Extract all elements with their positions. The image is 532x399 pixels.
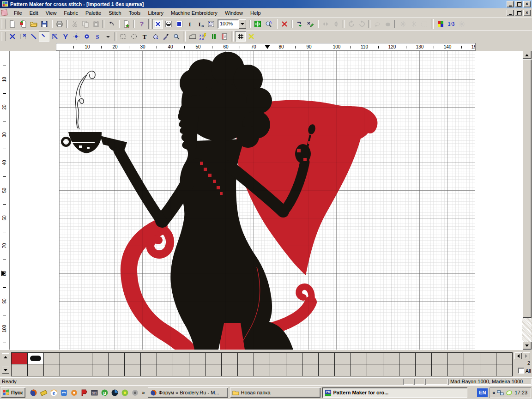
close-button[interactable]: × [523, 1, 531, 7]
move-selection-button[interactable] [294, 19, 305, 29]
palette-cell[interactable] [237, 352, 254, 365]
palette-cell[interactable] [480, 352, 496, 365]
quicklaunch-utorrent[interactable]: µ [100, 388, 109, 397]
palette-cell[interactable] [237, 364, 254, 376]
fill-tool-button[interactable] [150, 31, 160, 42]
palette-cell[interactable] [43, 352, 60, 365]
palette-cell[interactable] [286, 352, 302, 365]
palette-cell[interactable] [318, 352, 335, 365]
clock[interactable]: 17:23 [514, 390, 527, 395]
quicklaunch-webcam[interactable] [130, 388, 139, 397]
zoom-dropdown-button[interactable] [239, 19, 246, 29]
eyedropper-button[interactable] [160, 31, 171, 42]
scroll-up-button[interactable] [522, 51, 532, 59]
palette-cell[interactable] [464, 364, 480, 376]
scroll-down-button[interactable] [522, 342, 532, 350]
view-solid-button[interactable] [174, 19, 184, 29]
view-full-stitches-button[interactable] [152, 19, 163, 29]
palette-cell[interactable] [221, 352, 238, 365]
import-image-button[interactable] [18, 19, 28, 29]
view-half-tones-button[interactable] [163, 19, 174, 29]
delete-button[interactable] [279, 19, 290, 29]
text-tool-button[interactable]: T [139, 31, 150, 42]
new-pattern-button[interactable] [7, 19, 18, 29]
fit-to-window-button[interactable] [252, 19, 263, 29]
special-stitch-dropdown[interactable] [103, 31, 113, 42]
palette-cell[interactable] [205, 352, 222, 365]
palette-cell[interactable] [302, 352, 319, 365]
palette-cell[interactable] [415, 352, 432, 365]
hoop-bars-button[interactable] [208, 31, 219, 42]
quicklaunch-icq[interactable] [120, 388, 129, 397]
palette-cell[interactable] [318, 364, 335, 376]
palette-cell[interactable] [447, 352, 464, 365]
palette-cell[interactable] [76, 364, 92, 376]
palette-cell[interactable] [254, 352, 270, 365]
palette-cell[interactable] [157, 364, 173, 376]
show-grid-button[interactable] [235, 31, 246, 42]
menu-stitch[interactable]: Stitch [105, 9, 125, 17]
three-quarter-stitch-button[interactable] [49, 31, 60, 42]
vertical-scrollbar[interactable] [522, 51, 532, 350]
quicklaunch-internet-explorer[interactable]: e [49, 388, 58, 397]
view-information-button[interactable] [206, 19, 216, 29]
menu-fabric[interactable]: Fabric [60, 9, 82, 17]
bead-large-button[interactable] [81, 31, 92, 42]
quicklaunch-video[interactable]: 321 [90, 388, 99, 397]
palette-cell[interactable] [254, 364, 270, 376]
quarter-stitch-button[interactable] [39, 31, 49, 42]
quicklaunch-overflow-chevron[interactable]: » [142, 390, 145, 395]
palette-cell[interactable] [27, 364, 44, 376]
palette-cell[interactable] [92, 364, 109, 376]
palette-cell[interactable] [108, 352, 125, 365]
palette-cell[interactable] [60, 364, 76, 376]
symbols-numbers-button[interactable]: 1²3 [446, 19, 456, 29]
palette-cell[interactable] [189, 352, 206, 365]
palette-cell[interactable] [157, 352, 173, 365]
palette-cell[interactable] [447, 364, 464, 376]
palette-cell[interactable] [367, 364, 383, 376]
half-stitch-button[interactable] [28, 31, 39, 42]
palette-cell[interactable] [415, 364, 432, 376]
palette-swatch-black-floss[interactable] [27, 352, 44, 365]
export-wizard-button[interactable] [121, 19, 132, 29]
undo-button[interactable] [106, 19, 116, 29]
zoom-combo[interactable]: 100% [218, 19, 246, 29]
menu-help[interactable]: Help [247, 9, 265, 17]
special-stitch-button[interactable]: S [92, 31, 103, 42]
quicklaunch-reader[interactable] [79, 388, 89, 397]
palette-cell[interactable] [399, 352, 416, 365]
machine-stitches-button[interactable]: x xx x [198, 31, 208, 42]
select-ellipse-button[interactable] [128, 31, 139, 42]
menu-tools[interactable]: Tools [125, 9, 145, 17]
menu-window[interactable]: Window [221, 9, 247, 17]
network-icon[interactable] [497, 389, 504, 396]
palette-cell[interactable] [334, 364, 351, 376]
quicklaunch-media-app[interactable] [69, 388, 79, 397]
palette-prev-button[interactable] [514, 352, 522, 359]
menu-edit[interactable]: Edit [26, 9, 42, 17]
taskbar-task-3[interactable]: PMPattern Maker for cro... [322, 387, 467, 398]
palette-cell[interactable] [334, 352, 351, 365]
palette-cell[interactable] [173, 364, 189, 376]
edit-stitches-button[interactable] [305, 19, 315, 29]
palette-all-checkbox[interactable] [518, 368, 524, 374]
start-button[interactable]: Пуск [1, 387, 25, 398]
quicklaunch-media-player[interactable] [110, 388, 119, 397]
open-button[interactable] [28, 19, 39, 29]
pattern-notes-button[interactable] [219, 31, 230, 42]
palette-scroll-up-button[interactable] [2, 353, 9, 360]
zoom-rotate-button[interactable] [263, 19, 273, 29]
pattern-canvas[interactable] [10, 51, 522, 350]
menu-view[interactable]: View [42, 9, 60, 17]
doc-restore-button[interactable] [515, 10, 522, 16]
view-symbols-ne-button[interactable]: IHE [195, 19, 206, 29]
language-indicator[interactable]: EN [477, 388, 488, 397]
toolbar-grip[interactable] [1, 19, 6, 29]
zoom-tool-button[interactable] [171, 31, 181, 42]
full-cross-stitch-button[interactable] [7, 31, 18, 42]
palette-cell[interactable] [351, 364, 367, 376]
palette-cell[interactable] [43, 364, 60, 376]
minimize-button[interactable] [507, 1, 514, 7]
palette-cell[interactable] [60, 352, 76, 365]
